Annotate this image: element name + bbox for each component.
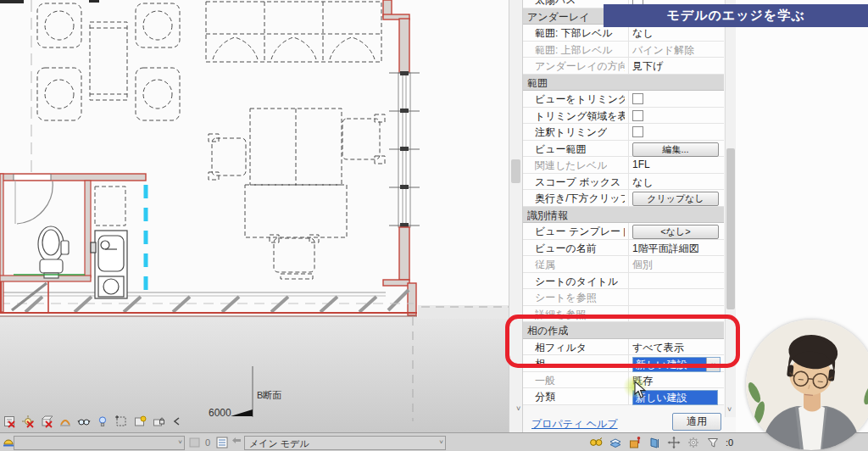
property-label: 奥行き/下方クリップ [535, 192, 625, 206]
property-label: ビュー テンプレート [535, 225, 625, 239]
value-button[interactable]: クリップなし [632, 192, 719, 206]
property-label: シートを参照 [535, 291, 597, 305]
design-option-label: メイン モデル [249, 437, 309, 450]
property-value-cell[interactable]: 個別 [628, 256, 721, 272]
sun-path-icon[interactable] [21, 415, 35, 428]
property-value-cell[interactable]: 1階平面詳細図 [628, 240, 721, 256]
temporary-hide-isolate-icon[interactable] [77, 415, 91, 428]
door-opening [14, 175, 51, 180]
section-label: B断面 [257, 390, 281, 400]
reveal-constraints-icon[interactable] [152, 415, 165, 428]
lounge-furniture [37, 3, 180, 120]
property-value-cell[interactable] [628, 124, 721, 140]
press-drag-icon[interactable] [667, 436, 681, 449]
property-label: ビューをトリミング [535, 92, 625, 107]
right-wall [383, 0, 420, 315]
property-label: 範囲 [527, 76, 548, 91]
property-label: ビューの名前 [535, 242, 597, 256]
reveal-hidden-elements-icon[interactable] [96, 415, 109, 428]
property-row[interactable]: 注釈トリミング [523, 124, 724, 141]
back-arrow-icon[interactable] [231, 436, 244, 449]
value-button[interactable]: 編集... [632, 142, 719, 157]
property-label: トリミング領域を表示 [535, 109, 625, 124]
property-value-cell[interactable] [628, 91, 721, 107]
property-row[interactable]: シートのタイトル [523, 273, 724, 290]
collapse-icon[interactable] [170, 415, 184, 428]
scale-icon[interactable] [3, 415, 16, 428]
property-label: 分類 [535, 390, 555, 404]
checkbox[interactable] [632, 93, 643, 104]
options-list-icon[interactable] [215, 436, 229, 449]
sink-unit [91, 231, 127, 298]
mouse-cursor [634, 381, 648, 398]
property-row[interactable]: 従属個別 [523, 256, 724, 273]
property-value-cell[interactable]: 見下げ [628, 58, 721, 74]
desk-cluster [209, 109, 385, 279]
property-row[interactable]: トリミング領域を表示 [523, 108, 724, 125]
tutorial-banner: モデルのエッジを学ぶ [604, 4, 868, 27]
show-rendering-icon[interactable] [58, 415, 72, 428]
shadows-icon[interactable] [40, 415, 53, 428]
property-row[interactable]: 関連したレベル1FL [523, 157, 724, 174]
drawing-canvas[interactable]: B断面 6000 [0, 0, 509, 432]
view-control-bar [3, 414, 184, 429]
properties-help-link[interactable]: プロパティ ヘルプ [531, 417, 618, 432]
scrollbar-thumb[interactable] [726, 148, 735, 309]
property-value-cell[interactable] [628, 289, 721, 305]
property-value-cell[interactable] [628, 108, 721, 124]
chevron-down-icon[interactable]: ˅ [516, 404, 520, 413]
property-value-cell[interactable]: クリップなし [628, 190, 721, 206]
chevron-down-icon: ˅ [178, 438, 182, 446]
property-value-cell[interactable]: 1FL [628, 157, 721, 173]
property-value-cell[interactable]: なし [628, 174, 721, 190]
design-options-icon[interactable] [609, 436, 622, 449]
scrollbar-thumb[interactable] [511, 159, 520, 183]
status-bar-right-icons: :0 [589, 436, 733, 449]
property-label: 識別情報 [527, 209, 568, 223]
property-row[interactable]: アンダーレイの方向見下げ [523, 58, 724, 75]
worksets-icon[interactable] [589, 436, 603, 449]
property-row[interactable]: 奥行き/下方クリップクリップなし [523, 190, 724, 207]
property-row[interactable]: ビュー範囲編集... [523, 141, 724, 158]
apply-button[interactable]: 適用 [672, 413, 721, 431]
dimension-label: 6000 [209, 407, 231, 419]
property-value-cell[interactable]: 編集... [628, 141, 721, 157]
workset-status-icon [188, 436, 202, 449]
property-label: シートのタイトル [535, 275, 618, 289]
property-row[interactable]: ビュー テンプレート<なし> [523, 223, 724, 240]
exclude-options-icon[interactable] [648, 436, 661, 449]
crop-region-icon[interactable] [114, 415, 128, 428]
editable-only-icon[interactable] [687, 436, 700, 449]
property-row[interactable]: ビューの名前1階平面詳細図 [523, 240, 724, 257]
property-row[interactable]: スコープ ボックスなし [523, 174, 724, 191]
property-row[interactable]: ビューをトリミング [523, 91, 724, 108]
property-value: バインド解除 [632, 44, 694, 56]
checkbox[interactable] [632, 126, 643, 137]
chevron-down-icon[interactable]: ˅ [727, 405, 732, 414]
property-value: なし [632, 176, 654, 188]
status-bar: ˅ 0 メイン モデル ˅ :0 [0, 432, 868, 451]
property-label: 一般 [535, 374, 555, 388]
property-value-cell[interactable]: バインド解除 [628, 42, 721, 58]
cut-mark [89, 0, 99, 3]
active-option-icon[interactable] [628, 436, 642, 449]
workset-select[interactable]: ˅ [14, 436, 185, 450]
filter-count: :0 [726, 437, 733, 448]
design-option-select[interactable]: メイン モデル ˅ [244, 436, 446, 450]
property-value: 見下げ [632, 60, 663, 72]
presenter-portrait [746, 320, 868, 450]
property-row[interactable]: シートを参照 [523, 289, 724, 306]
property-value-cell[interactable]: <なし> [628, 223, 721, 239]
temporary-view-properties-icon[interactable] [133, 415, 147, 428]
property-label: スコープ ボックス [535, 175, 620, 190]
value-button[interactable]: <なし> [632, 225, 719, 239]
kitchenette [91, 185, 146, 298]
walkway [0, 292, 417, 316]
property-value-cell[interactable] [628, 273, 721, 289]
property-row[interactable]: 範囲: 上部レベルバインド解除 [523, 42, 724, 58]
checkbox[interactable] [632, 110, 643, 121]
cut-mark [0, 0, 24, 3]
property-value: 1FL [632, 159, 650, 170]
filter-icon[interactable] [706, 436, 720, 449]
property-value: 1階平面詳細図 [632, 242, 699, 254]
